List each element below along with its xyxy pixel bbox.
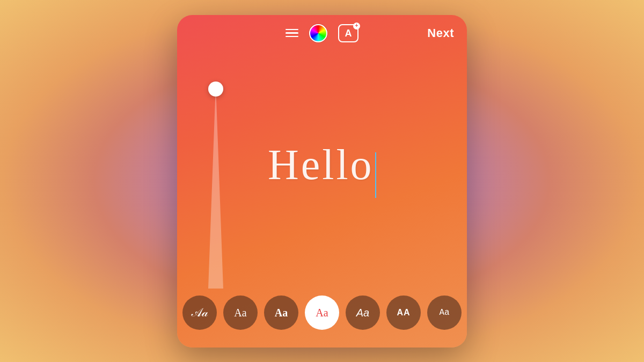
font-btn-label: Aa — [439, 308, 449, 317]
font-btn-label: Aa — [316, 307, 328, 318]
font-btn-script[interactable]: 𝒜𝒶 — [182, 295, 217, 330]
text-cursor — [375, 152, 377, 198]
color-wheel-icon[interactable] — [309, 24, 327, 42]
font-btn-italic[interactable]: Aa — [346, 295, 380, 330]
font-btn-bold-serif[interactable]: Aa — [264, 295, 298, 330]
canvas-text: Hello — [268, 141, 376, 200]
hello-text: Hello — [268, 141, 374, 188]
toolbar: A + Next — [177, 15, 467, 51]
next-button[interactable]: Next — [427, 26, 454, 40]
slider-handle[interactable] — [208, 82, 223, 97]
editor-card: A + Next Hello 𝒜𝒶 Aa Aa Aa Aa — [177, 15, 467, 348]
font-btn-caps[interactable]: AA — [386, 295, 421, 330]
hamburger-icon[interactable] — [286, 29, 298, 38]
font-selector-row: 𝒜𝒶 Aa Aa Aa Aa AA Aa — [177, 289, 467, 337]
font-btn-chalk[interactable]: Aa — [305, 295, 339, 330]
text-style-icon[interactable]: A + — [338, 24, 358, 42]
font-btn-label: Aa — [234, 307, 246, 318]
font-btn-label: Aa — [356, 307, 369, 318]
text-style-label: A — [345, 28, 352, 38]
plus-badge: + — [353, 23, 360, 29]
font-btn-mono[interactable]: Aa — [427, 295, 462, 330]
font-btn-label: AA — [397, 308, 410, 317]
font-btn-serif[interactable]: Aa — [223, 295, 258, 330]
toolbar-icons: A + — [190, 24, 454, 42]
font-btn-label: Aa — [275, 307, 288, 318]
font-btn-label: 𝒜𝒶 — [192, 307, 208, 319]
